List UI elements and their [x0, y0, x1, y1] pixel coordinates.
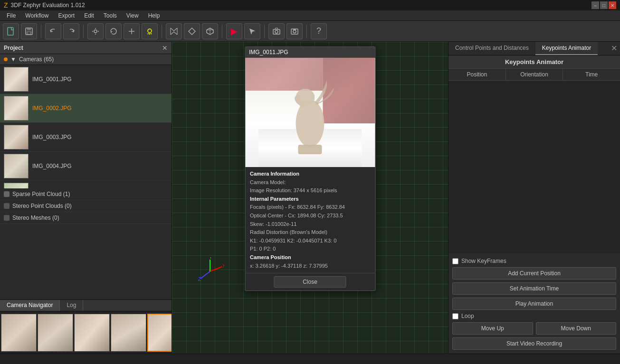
sparse-label: Sparse Point Cloud (1) [12, 191, 70, 197]
camera-label-4: IMG_0004.JPG [32, 163, 72, 169]
svg-rect-3 [27, 32, 31, 34]
keypoints-body [448, 81, 620, 254]
grid-button[interactable] [166, 23, 182, 39]
svg-point-21 [296, 100, 324, 147]
svg-rect-2 [27, 28, 31, 30]
cam-info-resolution: Image Resolution: 3744 x 5616 pixels [250, 187, 370, 195]
svg-rect-23 [298, 145, 322, 154]
axis-widget: X Y Z [196, 257, 224, 287]
camera-item[interactable]: IMG_0001.JPG [0, 65, 172, 94]
add-current-position-button[interactable]: Add Current Position [452, 267, 616, 280]
tab-control-points[interactable]: Control Points and Distances [448, 42, 535, 55]
menu-tools[interactable]: Tools [99, 11, 122, 20]
camera-item[interactable]: IMG_0003.JPG [0, 123, 172, 152]
light-button[interactable] [142, 23, 158, 39]
menu-file[interactable]: File [2, 11, 20, 20]
camera-item[interactable]: IMG_0002.JPG [0, 94, 172, 123]
title-bar: Z 3DF Zephyr Evaluation 1.012 – □ ✕ [0, 0, 620, 10]
camera-label-2: IMG_0002.JPG [32, 105, 72, 112]
cam-info-section-1: Camera Information [250, 171, 299, 177]
loop-label: Loop [461, 313, 474, 319]
help-icon: ? [316, 26, 321, 36]
right-panel-header: Control Points and Distances Keypoints A… [448, 42, 620, 56]
menu-bar: File Workflow Export Edit Tools View Hel… [0, 10, 620, 21]
cameras-expand: ▼ [10, 56, 16, 63]
maximize-button[interactable]: □ [600, 1, 608, 9]
start-video-recording-button[interactable]: Start Video Recording [452, 337, 616, 350]
box-button[interactable] [202, 23, 218, 39]
show-keyframes-checkbox[interactable] [452, 258, 458, 264]
thumb-item[interactable] [111, 314, 146, 352]
camera-item[interactable]: IMG_0004.JPG [0, 152, 172, 181]
screenshot-button[interactable] [286, 23, 303, 39]
menu-help[interactable]: Help [143, 11, 165, 20]
camera-dot [4, 57, 8, 61]
cam-info-title: IMG_0011.JPG [245, 47, 375, 58]
keypoints-columns: Position Orientation Time [448, 69, 620, 81]
play-animation-button[interactable]: Play Animation [452, 298, 616, 310]
cam-info-p-values: P1: 0 P2: 0 [250, 245, 370, 253]
cam-info-body: Camera Information Camera Model: Image R… [245, 167, 375, 273]
tab-keypoints-animator[interactable]: Keypoints Animator [535, 42, 598, 55]
tab-log[interactable]: Log [60, 300, 83, 311]
new-button[interactable] [3, 23, 19, 39]
tab-camera-navigator[interactable]: Camera Navigator [0, 300, 60, 311]
save-button[interactable] [21, 23, 37, 39]
loop-row: Loop [452, 313, 616, 319]
menu-workflow[interactable]: Workflow [20, 11, 53, 20]
project-close-icon[interactable]: ✕ [162, 44, 168, 52]
toolbar: ▶ ? [0, 21, 620, 42]
camera-label-3: IMG_0003.JPG [32, 134, 72, 140]
title-text: 3DF Zephyr Evaluation 1.012 [11, 2, 85, 9]
svg-point-11 [275, 30, 278, 33]
thumb-item[interactable] [74, 314, 110, 352]
right-panel-close-icon[interactable]: ✕ [611, 44, 617, 53]
close-button[interactable]: ✕ [609, 1, 616, 9]
minimize-button[interactable]: – [591, 1, 599, 9]
transform-button[interactable] [184, 23, 200, 39]
refresh-button[interactable] [105, 23, 122, 39]
toolbar-separator-1 [41, 25, 41, 38]
show-keyframes-row: Show KeyFrames [452, 258, 616, 264]
settings-button[interactable] [87, 23, 104, 39]
app-title: Z 3DF Zephyr Evaluation 1.012 [4, 1, 85, 9]
menu-view[interactable]: View [122, 11, 143, 20]
add-photos-button[interactable]: ▶ [226, 23, 242, 39]
menu-export[interactable]: Export [53, 11, 79, 20]
cameras-view-button[interactable] [268, 23, 285, 39]
cam-info-close-button[interactable]: Close [274, 276, 346, 288]
svg-text:Y: Y [209, 257, 212, 260]
camera-thumb-2 [4, 96, 29, 121]
help-button[interactable]: ? [311, 23, 327, 39]
marker-button[interactable] [124, 23, 140, 39]
set-animation-time-button[interactable]: Set Animation Time [452, 282, 616, 295]
camera-thumb-1 [4, 67, 29, 92]
camera-item[interactable]: IMG_0005.JPG [0, 181, 172, 188]
loop-checkbox-label[interactable]: Loop [452, 313, 474, 319]
thumb-item[interactable] [1, 314, 37, 352]
window-controls[interactable]: – □ ✕ [591, 1, 616, 9]
stereo-meshes-item[interactable]: Stereo Meshes (0) [0, 212, 172, 224]
redo-button[interactable] [63, 23, 79, 39]
cam-info-section-3: Camera Position [250, 254, 291, 260]
svg-text:Z: Z [198, 277, 201, 282]
show-keyframes-checkbox-label[interactable]: Show KeyFrames [452, 258, 506, 264]
viewport[interactable]: X Y Z IMG_0011.JPG [172, 42, 448, 354]
stereo-point-clouds-item[interactable]: Stereo Point Clouds (0) [0, 200, 172, 212]
thumb-item[interactable] [38, 314, 73, 352]
menu-edit[interactable]: Edit [79, 11, 99, 20]
left-panel-spacer [0, 224, 172, 299]
move-up-button[interactable]: Move Up [452, 322, 533, 335]
thumb-item-selected[interactable] [147, 314, 172, 352]
toolbar-separator-2 [83, 25, 84, 38]
cameras-section-header[interactable]: ▼ Cameras (65) [0, 54, 172, 65]
status-bar [0, 354, 620, 364]
cam-info-image [245, 58, 375, 167]
sparse-point-cloud-item[interactable]: Sparse Point Cloud (1) [0, 188, 172, 200]
thumbnail-strip [0, 311, 172, 354]
toolbar-separator-5 [264, 25, 265, 38]
loop-checkbox[interactable] [452, 313, 458, 319]
move-down-button[interactable]: Move Down [536, 322, 617, 335]
selection-button[interactable] [244, 23, 260, 39]
undo-button[interactable] [45, 23, 61, 39]
